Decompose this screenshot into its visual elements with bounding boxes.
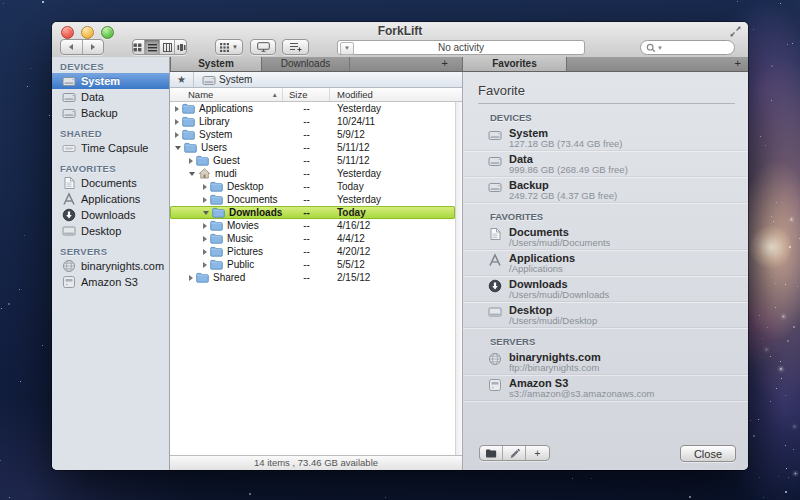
column-headers: Name ▲ Size Modified <box>170 88 462 102</box>
icon-view-button[interactable] <box>131 40 145 54</box>
file-name: Public <box>227 259 254 270</box>
toolbar: ▼ ▼ No activity ▼ <box>52 39 748 57</box>
sidebar-item-label: Documents <box>81 177 137 189</box>
disclosure-closed-icon[interactable] <box>189 275 193 281</box>
disclosure-closed-icon[interactable] <box>189 158 193 164</box>
file-row-applications[interactable]: Applications--Yesterday <box>170 102 455 115</box>
file-list: Applications--YesterdayLibrary--10/24/11… <box>170 102 455 455</box>
coverflow-view-button[interactable] <box>175 40 188 54</box>
drive-icon <box>62 106 76 120</box>
path-bar: ★ System <box>170 72 462 88</box>
activity-dropdown-button[interactable]: ▼ <box>340 42 354 55</box>
list-view-button[interactable] <box>145 40 160 54</box>
disclosure-closed-icon[interactable] <box>203 249 207 255</box>
disclosure-open-icon[interactable] <box>175 146 181 150</box>
favorites-footer-buttons: + <box>479 445 550 461</box>
file-size: -- <box>283 272 330 283</box>
folder-icon <box>210 233 223 244</box>
file-row-users[interactable]: Users--5/11/12 <box>170 141 455 154</box>
window-titlebar[interactable]: ForkLift <box>52 22 748 58</box>
column-header-modified[interactable]: Modified <box>330 88 373 101</box>
sidebar-item-system[interactable]: System <box>52 73 169 89</box>
file-size: -- <box>283 168 330 179</box>
add-favorite-button[interactable]: + <box>526 446 549 460</box>
close-button[interactable]: Close <box>680 445 736 462</box>
fullscreen-icon[interactable] <box>729 25 742 38</box>
new-folder-favorite-button[interactable] <box>480 446 503 460</box>
disclosure-closed-icon[interactable] <box>203 236 207 242</box>
sidebar-item-binarynights-com[interactable]: binarynights.com <box>52 258 169 274</box>
search-field[interactable]: ▼ <box>640 40 735 55</box>
sidebar-item-documents[interactable]: Documents <box>52 175 169 191</box>
favorite-item-desktop[interactable]: Desktop/Users/mudi/Desktop <box>463 302 748 328</box>
edit-favorite-button[interactable] <box>503 446 526 460</box>
right-pane-new-tab-button[interactable]: + <box>735 57 741 70</box>
file-row-public[interactable]: Public--5/5/12 <box>170 258 455 271</box>
disclosure-closed-icon[interactable] <box>203 223 207 229</box>
s3-icon <box>62 275 76 289</box>
file-row-downloads[interactable]: Downloads--Today <box>170 206 455 219</box>
favorites-star-button[interactable]: ★ <box>170 72 194 87</box>
favorite-item-backup[interactable]: Backup249.72 GB (4.37 GB free) <box>463 177 748 203</box>
favorite-detail: 249.72 GB (4.37 GB free) <box>509 191 617 201</box>
disclosure-closed-icon[interactable] <box>175 119 179 125</box>
sidebar-item-desktop[interactable]: Desktop <box>52 223 169 239</box>
file-row-system[interactable]: System--5/9/12 <box>170 128 455 141</box>
file-row-shared[interactable]: Shared--2/15/12 <box>170 271 455 284</box>
left-pane-new-tab-button[interactable]: + <box>442 57 448 70</box>
favorites-footer: + Close <box>463 438 748 470</box>
file-size: -- <box>283 220 330 231</box>
disclosure-open-icon[interactable] <box>189 172 195 176</box>
column-header-name[interactable]: Name ▲ <box>170 88 283 101</box>
disclosure-closed-icon[interactable] <box>175 106 179 112</box>
breadcrumb-item[interactable]: System <box>194 73 252 86</box>
disclosure-closed-icon[interactable] <box>203 184 207 190</box>
favorite-item-amazon-s3[interactable]: Amazon S3s3://amazon@s3.amazonaws.com <box>463 375 748 401</box>
file-row-documents[interactable]: Documents--Yesterday <box>170 193 455 206</box>
disclosure-closed-icon[interactable] <box>203 197 207 203</box>
favorite-item-applications[interactable]: Applications/Applications <box>463 250 748 276</box>
tab-system[interactable]: System <box>170 57 262 71</box>
favorite-item-binarynights-com[interactable]: binarynights.comftp://binarynights.com <box>463 349 748 375</box>
new-list-button[interactable] <box>282 39 309 55</box>
file-row-music[interactable]: Music--4/4/12 <box>170 232 455 245</box>
sidebar-item-backup[interactable]: Backup <box>52 105 169 121</box>
sidebar: DEVICESSystemDataBackupSHAREDTime Capsul… <box>52 57 170 470</box>
file-size: -- <box>283 233 330 244</box>
sidebar-item-amazon-s3[interactable]: Amazon S3 <box>52 274 169 290</box>
disclosure-closed-icon[interactable] <box>175 132 179 138</box>
favorite-item-system[interactable]: System127.18 GB (73.44 GB free) <box>463 125 748 151</box>
arrange-menu-button[interactable]: ▼ <box>215 39 243 55</box>
search-input[interactable] <box>664 42 729 53</box>
file-row-library[interactable]: Library--10/24/11 <box>170 115 455 128</box>
sidebar-item-time-capsule[interactable]: Time Capsule <box>52 140 169 156</box>
documents-icon <box>488 227 503 242</box>
column-view-button[interactable] <box>160 40 175 54</box>
favorite-item-downloads[interactable]: Downloads/Users/mudi/Downloads <box>463 276 748 302</box>
sidebar-item-applications[interactable]: Applications <box>52 191 169 207</box>
file-row-desktop[interactable]: Desktop--Today <box>170 180 455 193</box>
forward-button[interactable] <box>83 40 104 54</box>
desktop-icon <box>62 224 76 238</box>
file-row-mudi[interactable]: mudi--Yesterday <box>170 167 455 180</box>
disclosure-closed-icon[interactable] <box>203 262 207 268</box>
back-button[interactable] <box>61 40 83 54</box>
search-scope-chevron-icon[interactable]: ▼ <box>657 45 663 51</box>
disclosure-open-icon[interactable] <box>203 211 209 215</box>
tab-downloads[interactable]: Downloads <box>262 57 350 71</box>
scrollbar-track[interactable] <box>455 102 462 455</box>
column-header-size[interactable]: Size <box>283 88 330 101</box>
remote-connect-button[interactable] <box>250 39 276 55</box>
tab-favorites[interactable]: Favorites <box>462 57 567 71</box>
sidebar-item-data[interactable]: Data <box>52 89 169 105</box>
file-row-pictures[interactable]: Pictures--4/20/12 <box>170 245 455 258</box>
file-modified: Yesterday <box>337 168 381 179</box>
sidebar-section-servers: SERVERS <box>52 244 169 258</box>
sidebar-item-downloads[interactable]: Downloads <box>52 207 169 223</box>
favorite-item-data[interactable]: Data999.86 GB (268.49 GB free) <box>463 151 748 177</box>
file-row-guest[interactable]: Guest--5/11/12 <box>170 154 455 167</box>
drive-icon <box>62 74 76 88</box>
favorite-item-documents[interactable]: Documents/Users/mudi/Documents <box>463 224 748 250</box>
file-row-movies[interactable]: Movies--4/16/12 <box>170 219 455 232</box>
home-icon <box>198 168 211 179</box>
